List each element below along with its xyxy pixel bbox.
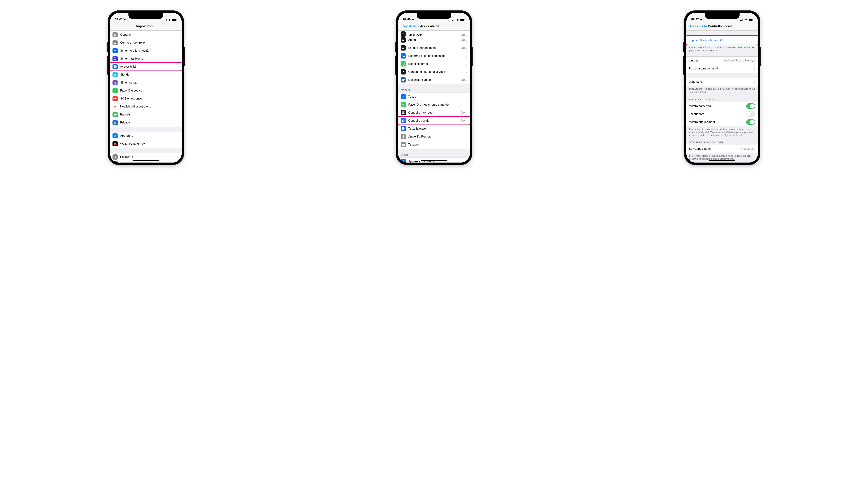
chevron-right-icon: › xyxy=(466,143,467,146)
svg-point-24 xyxy=(114,156,115,157)
section-header-hearing: UDITO xyxy=(398,152,470,157)
row-show-hints[interactable]: Mostra suggerimenti xyxy=(686,118,758,126)
cellular-icon xyxy=(740,19,744,21)
section-header-overlay: SOVRAPPOSIZIONE CONTINUA xyxy=(686,139,758,145)
switch-play-sound[interactable] xyxy=(746,111,755,117)
row-control-center[interactable]: Centro di Controllo › xyxy=(110,39,182,47)
row-switch-control[interactable]: Controllo interruttori No › xyxy=(398,109,470,117)
row-play-sound[interactable]: Fai suonare xyxy=(686,110,758,118)
footer-feedback: I suggerimenti relativi ai comandi ti co… xyxy=(686,126,758,138)
toggles-icon xyxy=(113,40,118,45)
row-hearing-devices[interactable]: Apparecchi acustici › xyxy=(398,157,470,162)
row-voiceover[interactable]: ◌ VoiceOver No › xyxy=(398,31,470,36)
chevron-right-icon: › xyxy=(466,46,467,50)
voice-control-settings[interactable]: Imposta "Controllo vocale" La funzionali… xyxy=(686,31,758,162)
svg-point-42 xyxy=(403,135,404,136)
row-display[interactable]: AA Schermo e luminosità › xyxy=(110,47,182,55)
row-general[interactable]: ⚙︎ Generali › xyxy=(110,31,182,39)
row-magnifier[interactable]: Lente d'ingrandimento No › xyxy=(398,44,470,52)
home-indicator[interactable] xyxy=(133,160,159,161)
wallet-icon xyxy=(113,141,118,146)
row-side-button[interactable]: Tasto laterale › xyxy=(398,125,470,133)
row-setup-voice-control[interactable]: Imposta "Controllo vocale" xyxy=(686,36,758,44)
row-motion[interactable]: ◯ Effetti schermo › xyxy=(398,60,470,68)
accessibility-list[interactable]: ◌ VoiceOver No › Zoom No › xyxy=(398,31,470,162)
row-voice-control[interactable]: Controllo vocale No › xyxy=(398,117,470,125)
footer-overlay: Le sovrapposizioni mostrano numeri o nom… xyxy=(686,153,758,161)
motion-icon: ◯ xyxy=(401,61,406,66)
svg-rect-39 xyxy=(402,127,404,130)
svg-rect-47 xyxy=(402,145,404,145)
faceid-icon: ☺︎ xyxy=(113,88,118,93)
svg-rect-19 xyxy=(114,114,116,116)
appstore-icon xyxy=(113,133,118,139)
row-accessibility[interactable]: Accessibilità › xyxy=(110,63,182,71)
key-icon xyxy=(113,154,118,159)
exposure-icon xyxy=(113,104,118,109)
row-password[interactable]: Password › xyxy=(110,153,182,161)
svg-rect-23 xyxy=(114,144,117,145)
svg-rect-28 xyxy=(455,19,455,21)
back-button[interactable]: ‹ Impostazioni xyxy=(400,24,419,29)
home-indicator[interactable] xyxy=(709,160,735,161)
audio-desc-icon: 💬 xyxy=(401,77,406,83)
switch-show-confirm[interactable] xyxy=(746,103,755,109)
row-dictionary[interactable]: Dizionario › xyxy=(686,78,758,86)
row-face-attention[interactable]: ☺︎ Face ID e rilevamento sguardo › xyxy=(398,101,470,109)
battery-icon xyxy=(748,19,753,21)
chevron-right-icon: › xyxy=(178,89,179,92)
chevron-right-icon: › xyxy=(466,111,467,115)
row-faceid[interactable]: ☺︎ Face ID e codice › xyxy=(110,87,182,95)
chevron-right-icon: › xyxy=(178,33,179,36)
battery-settings-icon xyxy=(113,112,118,117)
row-appstore[interactable]: App Store › xyxy=(110,132,182,140)
svg-point-18 xyxy=(115,106,116,107)
row-home-screen[interactable]: Schermata Home › xyxy=(110,55,182,63)
row-wallet[interactable]: Wallet e Apple Pay › xyxy=(110,140,182,148)
row-language[interactable]: Lingua Inglese (Regno Unito) › xyxy=(686,57,758,65)
back-button[interactable]: ‹ Accessibilità xyxy=(688,24,707,29)
gear-icon: ⚙︎ xyxy=(113,32,118,37)
row-audio-desc[interactable]: 💬 Descrizioni audio No › xyxy=(398,76,470,84)
chevron-right-icon: › xyxy=(178,142,179,146)
row-partial[interactable] xyxy=(110,161,182,162)
row-spoken[interactable]: ❝ Contenuto letto ad alta voce › xyxy=(398,68,470,76)
clock: 09:42 xyxy=(691,18,699,21)
row-zoom[interactable]: Zoom No › xyxy=(398,36,470,44)
display-icon: AA xyxy=(113,48,118,53)
home-indicator[interactable] xyxy=(421,160,447,161)
chevron-right-icon: › xyxy=(178,41,179,44)
keyboard-icon xyxy=(401,142,406,147)
siri-icon: ◉ xyxy=(113,80,118,85)
row-privacy[interactable]: ✋ Privacy › xyxy=(110,119,182,127)
svg-rect-30 xyxy=(460,19,464,21)
row-exposure[interactable]: Notifiche di esposizione › xyxy=(110,102,182,111)
privacy-icon: ✋ xyxy=(113,120,118,125)
svg-rect-41 xyxy=(403,135,404,138)
status-icons xyxy=(452,19,465,21)
row-customize[interactable]: Personalizza comandi › xyxy=(686,65,758,72)
row-tv-remote[interactable]: Apple TV Remote › xyxy=(398,133,470,141)
chevron-right-icon: › xyxy=(178,73,179,77)
row-overlay[interactable]: Sovrapposizione Nessuna › xyxy=(686,145,758,153)
phone-voice-control: 09:42 ➤ ‹ Accessibilità Controllo vocale… xyxy=(684,10,761,165)
row-wallpaper[interactable]: ❀ Sfondo › xyxy=(110,71,182,79)
row-display-text[interactable]: AA Schermo e dimensioni testo › xyxy=(398,52,470,60)
row-siri[interactable]: ◉ Siri e ricerca › xyxy=(110,79,182,87)
voice-control-icon xyxy=(401,118,406,123)
row-battery[interactable]: Batteria › xyxy=(110,111,182,119)
row-sos[interactable]: SOS SOS emergenze › xyxy=(110,95,182,102)
settings-list[interactable]: ⚙︎ Generali › Centro di Controllo › AA S… xyxy=(110,31,182,162)
magnifier-icon xyxy=(401,45,406,51)
clock: 09:40 xyxy=(115,18,122,21)
chevron-right-icon: › xyxy=(466,38,467,42)
row-show-confirm[interactable]: Mostra conferma xyxy=(686,102,758,110)
svg-rect-48 xyxy=(740,20,741,21)
status-icons xyxy=(740,19,753,21)
row-touch[interactable]: ☝︎ Tocco › xyxy=(398,93,470,101)
wifi-icon xyxy=(744,19,747,21)
mail-icon xyxy=(113,161,118,162)
switch-show-hints[interactable] xyxy=(746,119,755,125)
cellular-icon xyxy=(164,19,167,21)
row-keyboards[interactable]: Tastiere › xyxy=(398,141,470,149)
